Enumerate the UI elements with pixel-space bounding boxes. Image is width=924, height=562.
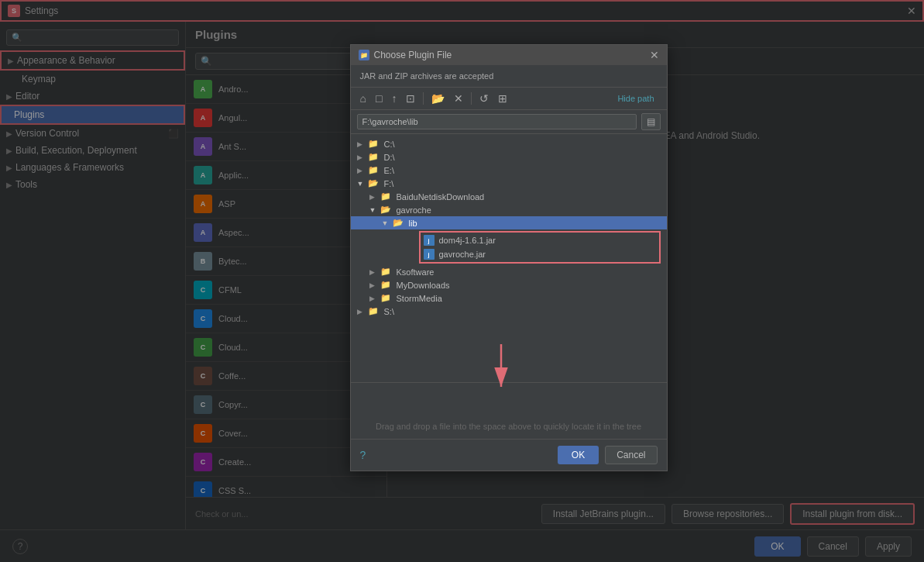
tree-item-gavroche[interactable]: ▼ 📂 gavroche — [351, 203, 667, 216]
tree-label-ksoftware: Ksoftware — [397, 267, 435, 277]
dialog-path-bar: ▤ — [351, 110, 667, 134]
toolbar-expand-button[interactable]: ⊞ — [495, 91, 510, 106]
arrow-baidu: ▶ — [369, 193, 377, 201]
folder-icon-e: 📁 — [368, 165, 379, 175]
choose-plugin-dialog: 📁 Choose Plugin File ✕ JAR and ZIP archi… — [350, 44, 668, 471]
dialog-help-icon[interactable]: ? — [360, 449, 366, 461]
arrow-gavroche: ▼ — [369, 206, 377, 214]
hide-path-link[interactable]: Hide path — [611, 94, 660, 103]
tree-item-baidu[interactable]: ▶ 📁 BaiduNetdiskDownload — [351, 190, 667, 203]
arrow-stormmedia: ▶ — [369, 295, 377, 302]
drag-drop-text: Drag and drop a file into the space abov… — [376, 422, 641, 431]
tree-item-f[interactable]: ▼ 📂 F:\ — [351, 177, 667, 190]
tree-label-mydownloads: MyDownloads — [397, 281, 450, 290]
arrow-f: ▼ — [357, 180, 365, 188]
toolbar-home-button[interactable]: ⌂ — [357, 91, 369, 106]
folder-icon-stormmedia: 📁 — [380, 293, 391, 303]
drag-drop-area: Drag and drop a file into the space abov… — [351, 382, 667, 439]
arrow-area — [360, 391, 658, 422]
folder-icon-s: 📁 — [368, 306, 379, 316]
tree-item-mydownloads[interactable]: ▶ 📁 MyDownloads — [351, 278, 667, 291]
tree-label-lib: lib — [409, 219, 417, 228]
folder-icon-gavroche: 📂 — [380, 205, 391, 215]
dialog-overlay: 📁 Choose Plugin File ✕ JAR and ZIP archi… — [0, 0, 924, 562]
toolbar-separator2 — [471, 92, 472, 105]
toolbar-desktop-button[interactable]: ⊡ — [403, 91, 418, 106]
folder-icon-f: 📂 — [368, 178, 379, 188]
tree-item-stormmedia[interactable]: ▶ 📁 StormMedia — [351, 291, 667, 305]
tree-item-ksoftware[interactable]: ▶ 📁 Ksoftware — [351, 265, 667, 278]
dialog-titlebar: 📁 Choose Plugin File ✕ — [351, 45, 667, 65]
tree-label-c: C:\ — [384, 140, 395, 149]
tree-item-dom4j[interactable]: j dom4j-1.6.1.jar — [424, 233, 656, 247]
dialog-title-text: Choose Plugin File — [374, 50, 452, 60]
jar-icon-gavroche: j — [424, 249, 435, 260]
dialog-footer: ? OK Cancel — [351, 439, 667, 471]
folder-icon-ksoftware: 📁 — [380, 267, 391, 277]
folder-icon-baidu: 📁 — [380, 191, 391, 202]
dialog-message: JAR and ZIP archives are accepted — [351, 65, 667, 88]
dialog-toolbar: ⌂ □ ↑ ⊡ 📂 ✕ ↺ ⊞ Hide path — [351, 88, 667, 110]
toolbar-separator — [423, 92, 424, 105]
tree-label-gavroche-jar: gavroche.jar — [439, 250, 486, 259]
toolbar-refresh-button[interactable]: ↺ — [476, 91, 492, 106]
tree-item-d[interactable]: ▶ 📁 D:\ — [351, 150, 667, 164]
folder-icon-c: 📁 — [368, 139, 379, 149]
tree-label-baidu: BaiduNetdiskDownload — [397, 192, 485, 202]
tree-item-lib[interactable]: ▼ 📂 lib — [351, 216, 667, 229]
tree-label-d: D:\ — [384, 153, 395, 162]
toolbar-folder-button[interactable]: □ — [373, 91, 385, 106]
tree-item-s[interactable]: ▶ 📁 S:\ — [351, 305, 667, 318]
dialog-message-text: JAR and ZIP archives are accepted — [360, 71, 494, 81]
jar-files-container: j dom4j-1.6.1.jar j gavroche.jar — [419, 231, 661, 264]
arrow-e: ▶ — [357, 167, 365, 174]
tree-label-e: E:\ — [384, 166, 394, 175]
arrow-lib: ▼ — [382, 219, 390, 227]
dialog-ok-button[interactable]: OK — [558, 446, 599, 464]
tree-item-c[interactable]: ▶ 📁 C:\ — [351, 137, 667, 150]
toolbar-newfolder-button[interactable]: 📂 — [428, 91, 448, 106]
arrow-svg — [478, 344, 540, 391]
tree-label-dom4j: dom4j-1.6.1.jar — [439, 236, 496, 245]
dialog-close-button[interactable]: ✕ — [650, 50, 659, 60]
arrow-d: ▶ — [357, 153, 365, 161]
folder-icon-lib: 📂 — [393, 218, 404, 228]
folder-icon-mydownloads: 📁 — [380, 280, 391, 290]
tree-label-stormmedia: StormMedia — [397, 294, 442, 303]
tree-item-e[interactable]: ▶ 📁 E:\ — [351, 164, 667, 177]
tree-label-gavroche: gavroche — [397, 205, 431, 215]
arrow-c: ▶ — [357, 140, 365, 148]
toolbar-up-button[interactable]: ↑ — [388, 91, 400, 106]
arrow-ksoftware: ▶ — [369, 268, 377, 276]
dialog-footer-buttons: OK Cancel — [558, 446, 658, 464]
dialog-icon: 📁 — [359, 50, 369, 60]
dialog-titlebar-left: 📁 Choose Plugin File — [359, 50, 452, 60]
arrow-mydownloads: ▶ — [369, 281, 377, 289]
jar-icon-dom4j: j — [424, 235, 435, 246]
folder-icon-d: 📁 — [368, 152, 379, 162]
toolbar-delete-button[interactable]: ✕ — [451, 91, 466, 106]
tree-label-f: F:\ — [384, 179, 394, 188]
dialog-cancel-button[interactable]: Cancel — [605, 446, 657, 464]
arrow-s: ▶ — [357, 308, 365, 315]
tree-item-gavroche-jar[interactable]: j gavroche.jar — [424, 247, 656, 261]
tree-label-s: S:\ — [384, 307, 394, 316]
dialog-path-browse-button[interactable]: ▤ — [641, 113, 661, 130]
dialog-path-input[interactable] — [357, 114, 637, 129]
